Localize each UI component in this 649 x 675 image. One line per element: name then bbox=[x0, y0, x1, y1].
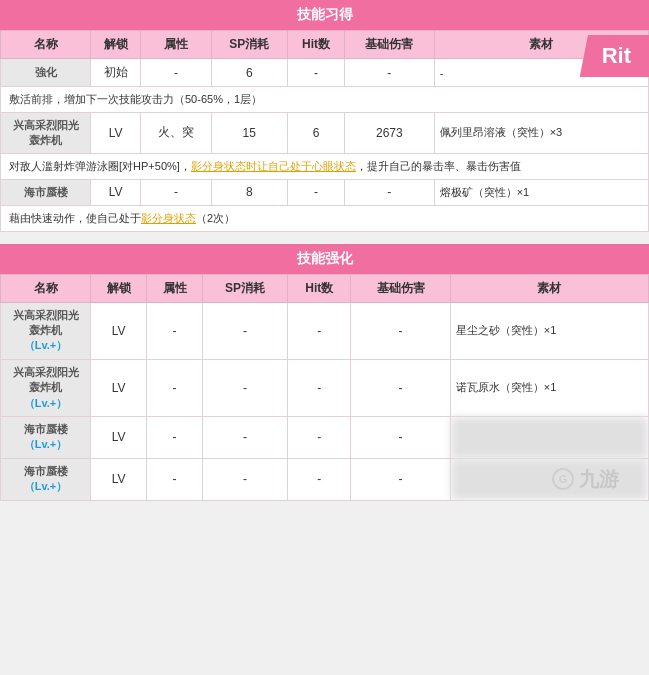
skill-damage-1: - bbox=[345, 59, 435, 87]
watermark: G 九游 bbox=[551, 466, 619, 493]
enhance-unlock-2: LV bbox=[91, 359, 147, 416]
skill-sp-3: 8 bbox=[211, 179, 288, 205]
skill-name-kyouka: 強化 bbox=[1, 59, 91, 87]
enhance-row-2: 兴高采烈阳光轰炸机（Lv.+） LV - - - - 诺瓦原水（突性）×1 bbox=[1, 359, 649, 416]
enhance-name-4: 海市蜃楼（Lv.+） bbox=[1, 458, 91, 500]
desc-text-2: 对敌人滥射炸弹游泳圈[对HP+50%]，影分身状态时让自己处于心眼状态，提升自己… bbox=[1, 154, 649, 180]
desc-text-3: 藉由快速动作，使自己处于影分身状态（2次） bbox=[1, 206, 649, 232]
skill-attr-2: 火、突 bbox=[141, 112, 211, 154]
enhance-row-3: 海市蜃楼（Lv.+） LV - - - - bbox=[1, 417, 649, 459]
skill-name-solar: 兴高采烈阳光轰炸机 bbox=[1, 112, 91, 154]
skill-material-2: 佩列里昂溶液（突性）×3 bbox=[434, 112, 648, 154]
ecol-sp: SP消耗 bbox=[203, 274, 288, 302]
ecol-hit: Hit数 bbox=[288, 274, 351, 302]
skill-name-mirage: 海市蜃楼 bbox=[1, 179, 91, 205]
enhance-damage-3: - bbox=[351, 417, 450, 459]
skills-learn-table: 名称 解锁 属性 SP消耗 Hit数 基础伤害 素材 強化 初始 - 6 - bbox=[0, 30, 649, 232]
enhance-sp-2: - bbox=[203, 359, 288, 416]
enhance-attr-4: - bbox=[147, 458, 203, 500]
skill-damage-2: 2673 bbox=[345, 112, 435, 154]
col-damage: 基础伤害 bbox=[345, 31, 435, 59]
enhance-attr-3: - bbox=[147, 417, 203, 459]
table-header-row: 名称 解锁 属性 SP消耗 Hit数 基础伤害 素材 bbox=[1, 31, 649, 59]
skill-hit-3: - bbox=[288, 179, 345, 205]
enhance-damage-4: - bbox=[351, 458, 450, 500]
skills-learn-header: 技能习得 bbox=[0, 0, 649, 30]
enhance-damage-2: - bbox=[351, 359, 450, 416]
skill-hit-1: - bbox=[288, 59, 345, 87]
skill-sp-1: 6 bbox=[211, 59, 288, 87]
enhance-name-2: 兴高采烈阳光轰炸机（Lv.+） bbox=[1, 359, 91, 416]
enhance-sp-3: - bbox=[203, 417, 288, 459]
ecol-damage: 基础伤害 bbox=[351, 274, 450, 302]
enhance-hit-3: - bbox=[288, 417, 351, 459]
watermark-text: 九游 bbox=[579, 466, 619, 493]
enhance-material-1: 星尘之砂（突性）×1 bbox=[450, 302, 648, 359]
enhance-sp-1: - bbox=[203, 302, 288, 359]
desc-row-3: 藉由快速动作，使自己处于影分身状态（2次） bbox=[1, 206, 649, 232]
skill-hit-2: 6 bbox=[288, 112, 345, 154]
skills-learn-title: 技能习得 bbox=[297, 6, 353, 22]
ecol-attr: 属性 bbox=[147, 274, 203, 302]
page-wrapper: Rit 技能习得 名称 解锁 属性 SP消耗 Hit数 基础伤害 素材 bbox=[0, 0, 649, 501]
desc-text-1: 敷活前排，增加下一次技能攻击力（50-65%，1层） bbox=[1, 87, 649, 113]
desc-row-1: 敷活前排，增加下一次技能攻击力（50-65%，1层） bbox=[1, 87, 649, 113]
col-name: 名称 bbox=[1, 31, 91, 59]
table-row: 強化 初始 - 6 - - - bbox=[1, 59, 649, 87]
enhance-name-3: 海市蜃楼（Lv.+） bbox=[1, 417, 91, 459]
desc-row-2: 对敌人滥射炸弹游泳圈[对HP+50%]，影分身状态时让自己处于心眼状态，提升自己… bbox=[1, 154, 649, 180]
svg-text:G: G bbox=[559, 473, 568, 485]
enhance-unlock-3: LV bbox=[91, 417, 147, 459]
enhance-hit-4: - bbox=[288, 458, 351, 500]
enhance-unlock-4: LV bbox=[91, 458, 147, 500]
enhance-name-1: 兴高采烈阳光轰炸机（Lv.+） bbox=[1, 302, 91, 359]
enhance-hit-2: - bbox=[288, 359, 351, 416]
skill-unlock-1: 初始 bbox=[91, 59, 141, 87]
link-shadow-state-2[interactable]: 影分身状态 bbox=[141, 212, 196, 224]
skills-enhance-header: 技能强化 bbox=[0, 244, 649, 274]
skill-attr-3: - bbox=[141, 179, 211, 205]
skill-damage-3: - bbox=[345, 179, 435, 205]
skills-enhance-title: 技能强化 bbox=[297, 250, 353, 266]
skill-unlock-2: LV bbox=[91, 112, 141, 154]
enhance-material-3-blurred bbox=[450, 417, 648, 459]
enhance-damage-1: - bbox=[351, 302, 450, 359]
table-row: 海市蜃楼 LV - 8 - - 熔极矿（突性）×1 bbox=[1, 179, 649, 205]
enhance-hit-1: - bbox=[288, 302, 351, 359]
skill-unlock-3: LV bbox=[91, 179, 141, 205]
col-unlock: 解锁 bbox=[91, 31, 141, 59]
skill-sp-2: 15 bbox=[211, 112, 288, 154]
link-shadow-state-1[interactable]: 影分身状态时让自己处于心眼状态 bbox=[191, 160, 356, 172]
col-attr: 属性 bbox=[141, 31, 211, 59]
skills-enhance-section: 技能强化 名称 解锁 属性 SP消耗 Hit数 基础伤害 素材 兴高采烈阳光轰炸… bbox=[0, 244, 649, 501]
enhance-attr-1: - bbox=[147, 302, 203, 359]
skill-attr-1: - bbox=[141, 59, 211, 87]
skills-learn-section: 技能习得 名称 解锁 属性 SP消耗 Hit数 基础伤害 素材 強化 初始 bbox=[0, 0, 649, 232]
enhance-row-1: 兴高采烈阳光轰炸机（Lv.+） LV - - - - 星尘之砂（突性）×1 bbox=[1, 302, 649, 359]
table-row: 兴高采烈阳光轰炸机 LV 火、突 15 6 2673 佩列里昂溶液（突性）×3 bbox=[1, 112, 649, 154]
section-gap bbox=[0, 232, 649, 244]
corner-label: Rit bbox=[580, 35, 649, 77]
col-sp: SP消耗 bbox=[211, 31, 288, 59]
enhance-header-row: 名称 解锁 属性 SP消耗 Hit数 基础伤害 素材 bbox=[1, 274, 649, 302]
watermark-icon: G bbox=[551, 467, 575, 491]
col-hit: Hit数 bbox=[288, 31, 345, 59]
ecol-unlock: 解锁 bbox=[91, 274, 147, 302]
enhance-unlock-1: LV bbox=[91, 302, 147, 359]
enhance-material-2: 诺瓦原水（突性）×1 bbox=[450, 359, 648, 416]
ecol-name: 名称 bbox=[1, 274, 91, 302]
skill-material-3: 熔极矿（突性）×1 bbox=[434, 179, 648, 205]
ecol-material: 素材 bbox=[450, 274, 648, 302]
enhance-sp-4: - bbox=[203, 458, 288, 500]
enhance-attr-2: - bbox=[147, 359, 203, 416]
